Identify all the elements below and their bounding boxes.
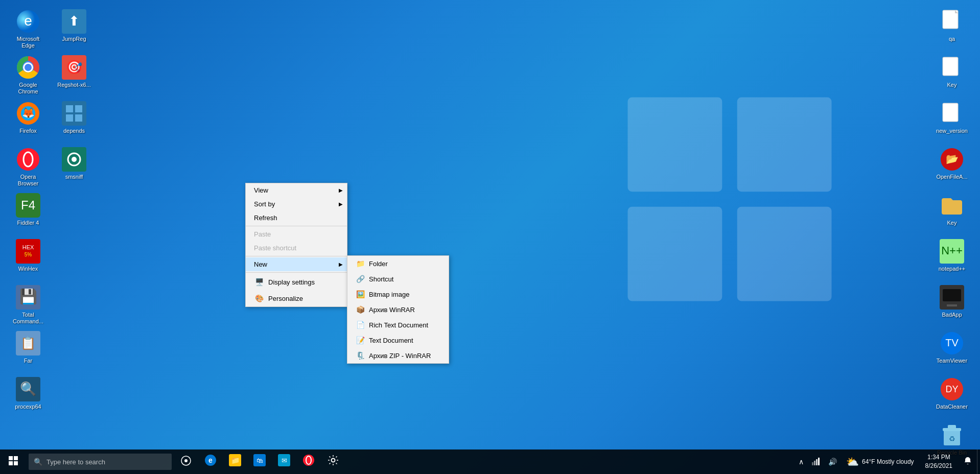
icon-key-file1[interactable]: Key [929, 51, 975, 97]
rich-text-icon: 📄 [356, 320, 365, 329]
taskbar-store-button[interactable]: 🛍 [247, 449, 272, 474]
submenu-text-document[interactable]: 📝 Text Document [347, 333, 449, 348]
desktop-icons-right: qa Key new_version 📂 OpenFileA... Key [929, 5, 975, 465]
svg-rect-39 [943, 57, 958, 76]
svg-point-8 [25, 64, 32, 71]
total-commander-label: TotalCommand... [13, 312, 43, 325]
taskbar-clock[interactable]: 1:34 PM 8/26/2021 [919, 449, 959, 474]
volume-icon: 🔊 [828, 458, 837, 466]
icon-google-chrome[interactable]: GoogleChrome [5, 51, 51, 97]
icon-total-commander[interactable]: 💾 TotalCommand... [5, 281, 51, 327]
taskbar-explorer-icon: 📁 [229, 454, 241, 469]
icon-badapp[interactable]: BadApp [929, 281, 975, 327]
context-menu-sort-by[interactable]: Sort by ▶ [246, 197, 347, 211]
context-menu-paste-shortcut[interactable]: Paste shortcut [246, 241, 347, 255]
taskbar-network-icon[interactable] [808, 449, 824, 474]
svg-text:e: e [24, 13, 32, 29]
svg-point-61 [184, 459, 188, 462]
submenu-folder[interactable]: 📁 Folder [347, 256, 449, 271]
icon-teamviewer[interactable]: TV TeamViewer [929, 327, 975, 373]
svg-text:🔍: 🔍 [20, 381, 37, 397]
icon-smsniff[interactable]: smsniff [51, 143, 97, 189]
start-icon [9, 456, 18, 468]
svg-rect-31 [75, 105, 82, 112]
icon-new-version[interactable]: new_version [929, 97, 975, 143]
new-version-icon [940, 101, 964, 126]
taskbar-edge-button[interactable]: e [198, 449, 223, 474]
icon-fiddler4[interactable]: F4 Fiddler 4 [5, 189, 51, 235]
icon-notepadpp[interactable]: N++ notepad++ [929, 235, 975, 281]
notification-button[interactable] [959, 449, 977, 474]
openfileapp-icon: 📂 [940, 147, 964, 172]
start-button[interactable] [0, 449, 27, 474]
icon-opera-browser[interactable]: OperaBrowser [5, 143, 51, 189]
icon-datacleaner[interactable]: DY DataCleaner [929, 373, 975, 419]
new-version-label: new_version [936, 128, 968, 134]
taskbar-chevron[interactable]: ∧ [795, 449, 808, 474]
icon-far[interactable]: 📋 Far [5, 327, 51, 373]
context-menu-new[interactable]: New ▶ 📁 Folder 🔗 Shortcut 🖼️ Bitmap imag… [246, 257, 347, 271]
svg-text:TV: TV [945, 337, 959, 348]
show-desktop-button[interactable] [977, 449, 980, 474]
taskbar-time: 1:34 PM [927, 453, 950, 462]
icon-firefox[interactable]: 🦊 Firefox [5, 97, 51, 143]
jumpreg-icon: ⬆ [62, 9, 86, 34]
taskbar-settings-button[interactable] [321, 449, 345, 474]
taskbar-weather[interactable]: ⛅ 64°F Mostly cloudy [841, 449, 919, 474]
submenu-zip-winrar[interactable]: 🗜️ Архив ZIP - WinRAR [347, 348, 449, 363]
context-menu-view[interactable]: View ▶ [246, 183, 347, 197]
icon-openfileapp[interactable]: 📂 OpenFileA... [929, 143, 975, 189]
svg-text:♻: ♻ [949, 435, 955, 443]
submenu-bitmap[interactable]: 🖼️ Bitmap image [347, 287, 449, 302]
taskbar-search[interactable]: 🔍 Type here to search [29, 454, 172, 470]
new-arrow-icon: ▶ [339, 262, 343, 267]
icon-winhex[interactable]: HEX5% WinHex [5, 235, 51, 281]
submenu-rich-text[interactable]: 📄 Rich Text Document [347, 317, 449, 333]
datacleaner-icon: DY [940, 377, 964, 401]
icon-microsoft-edge[interactable]: e MicrosoftEdge [5, 5, 51, 51]
taskbar-volume-icon[interactable]: 🔊 [824, 449, 841, 474]
context-menu-display-settings[interactable]: 🖥️ Display settings [246, 274, 347, 290]
icon-regshot[interactable]: 🎯 Regshot-x6... [51, 51, 97, 97]
taskbar-opera-button[interactable] [296, 449, 321, 474]
context-menu-refresh[interactable]: Refresh [246, 211, 347, 225]
icon-procexp64[interactable]: 🔍 procexp64 [5, 373, 51, 419]
zip-winrar-icon: 🗜️ [356, 351, 365, 360]
icon-key-file2[interactable]: Key [929, 189, 975, 235]
text-document-icon: 📝 [356, 336, 365, 345]
desktop: e MicrosoftEdge GoogleChrome 🦊 Firefox O… [0, 0, 980, 474]
svg-text:🦊: 🦊 [22, 107, 35, 119]
key-file1-label: Key [947, 82, 957, 88]
context-menu-paste-shortcut-label: Paste shortcut [254, 244, 296, 252]
svg-text:⬆: ⬆ [68, 13, 80, 29]
weather-text: 64°F Mostly cloudy [862, 458, 914, 465]
svg-rect-54 [948, 425, 956, 429]
svg-rect-33 [75, 114, 82, 122]
context-menu-paste[interactable]: Paste [246, 227, 347, 241]
jumpreg-label: JumpReg [62, 36, 86, 42]
svg-rect-59 [14, 461, 18, 465]
network-icon [812, 457, 820, 467]
submenu-archive-winrar[interactable]: 📦 Архив WinRAR [347, 302, 449, 317]
icon-qa-file[interactable]: qa [929, 5, 975, 51]
badapp-label: BadApp [942, 312, 962, 318]
submenu-shortcut[interactable]: 🔗 Shortcut [347, 271, 449, 287]
far-icon: 📋 [16, 331, 40, 356]
qa-file-icon [940, 9, 964, 34]
icon-jumpreg[interactable]: ⬆ JumpReg [51, 5, 97, 51]
taskbar-explorer-button[interactable]: 📁 [223, 449, 247, 474]
context-menu-personalize[interactable]: 🎨 Personalize [246, 290, 347, 306]
winhex-icon: HEX5% [16, 239, 40, 264]
svg-text:📂: 📂 [946, 153, 959, 165]
icon-depends[interactable]: depends [51, 97, 97, 143]
fiddler4-icon: F4 [16, 193, 40, 218]
svg-rect-56 [9, 456, 13, 460]
submenu-text-document-label: Text Document [369, 337, 413, 344]
svg-rect-73 [812, 462, 813, 465]
taskbar-mail-button[interactable]: ✉ [272, 449, 296, 474]
task-view-button[interactable] [174, 449, 198, 474]
folder-icon: 📁 [356, 259, 365, 268]
submenu-rich-text-label: Rich Text Document [369, 321, 428, 329]
badapp-icon [940, 285, 964, 310]
taskbar-search-placeholder: Type here to search [46, 458, 105, 466]
